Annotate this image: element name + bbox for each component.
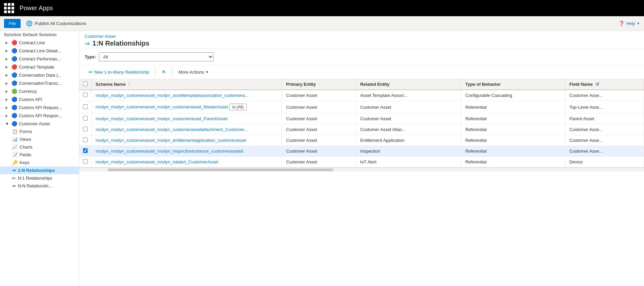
expand-arrow-icon: ▶ — [5, 41, 9, 45]
more-actions-label: More Actions — [178, 70, 204, 75]
fields-icon: 📝 — [12, 152, 18, 157]
sidebar-item-customer-asset[interactable]: ▼ 🔵 Customer Asset — [0, 120, 79, 128]
schema-name-header[interactable]: Schema Name ↑ — [91, 79, 282, 90]
field-name-cell: Customer Asse... — [565, 90, 644, 101]
select-all-header[interactable] — [79, 79, 91, 90]
sidebar-sub-label: N:1 Relationships — [18, 176, 52, 181]
expand-arrow-icon: ▶ — [5, 114, 9, 118]
sidebar-item-custom-api-request[interactable]: ▶ 🔵 Custom API Reques... — [0, 103, 79, 111]
sidebar-sub-item-nn-relationships[interactable]: ⇔ N:N Relationshi... — [0, 182, 79, 190]
row-checkbox-cell[interactable] — [79, 90, 91, 101]
type-of-behavior-cell: Referential — [461, 135, 565, 146]
type-of-behavior-header[interactable]: Type of Behavior — [461, 79, 565, 90]
publish-icon: 🌐 — [26, 20, 33, 27]
sidebar-item-conversation-data[interactable]: ▶ 🔵 Conversation Data (... — [0, 71, 79, 79]
table-row[interactable]: msdyn_msdyn_customerasset_msdyn_customer… — [79, 101, 644, 113]
delete-button[interactable]: ✕ — [158, 67, 169, 77]
sidebar-sub-item-1n-relationships[interactable]: ⇒ 1:N Relationships — [0, 166, 79, 174]
sidebar-sub-item-forms[interactable]: 📋 Forms — [0, 128, 79, 135]
type-filter-select[interactable]: All Custom Customizable Standard — [99, 52, 214, 61]
sidebar-item-contract-line[interactable]: ▶ 🔴 Contract Line — [0, 38, 79, 47]
more-actions-button[interactable]: More Actions ▼ — [175, 68, 212, 76]
views-icon: 📊 — [12, 137, 18, 142]
table-row[interactable]: msdyn_msdyn_customerasset_msdyn_customer… — [79, 124, 644, 135]
breadcrumb[interactable]: Customer Asset — [85, 34, 639, 39]
primary-entity-header[interactable]: Primary Entity — [282, 79, 356, 90]
row-checkbox-cell[interactable] — [79, 146, 91, 157]
row-checkbox[interactable] — [83, 116, 88, 121]
primary-entity-cell: Customer Asset — [282, 135, 356, 146]
new-relationship-button[interactable]: ⇒ New 1-to-Many Relationship — [85, 67, 152, 77]
sidebar-item-label: Conversation Data (... — [19, 73, 61, 78]
related-entity-label: Related Entity — [360, 82, 390, 87]
field-name-cell: Top-Level Asse... — [565, 101, 644, 113]
row-checkbox[interactable] — [83, 127, 88, 131]
related-entity-cell: Customer Asset — [356, 101, 461, 113]
related-entity-cell: IoT Alert — [356, 157, 461, 167]
page-title-row: ⇒ 1:N Relationships — [85, 40, 639, 47]
relationship-icon: ⇒ — [85, 40, 90, 47]
primary-entity-cell: Customer Asset — [282, 124, 356, 135]
waffle-icon[interactable] — [4, 3, 14, 13]
sidebar-sub-item-views[interactable]: 📊 Views — [0, 135, 79, 143]
type-of-behavior-label: Type of Behavior — [465, 82, 501, 87]
sidebar-item-label: Contract Performan... — [19, 56, 61, 61]
field-name-header[interactable]: Field Name ↺ — [565, 79, 644, 90]
row-checkbox-cell[interactable] — [79, 113, 91, 124]
entity-icon: 🔵 — [11, 48, 17, 53]
sort-asc-icon: ↑ — [128, 82, 131, 87]
related-entity-header[interactable]: Related Entity — [356, 79, 461, 90]
sidebar-item-conversation-transcript[interactable]: ▶ 🔵 ConversationTransc... — [0, 79, 79, 87]
sidebar-sub-item-keys[interactable]: 🔑 Keys — [0, 159, 79, 166]
sidebar-item-contract-line-detail[interactable]: ▶ 🔵 Contract Line Detail... — [0, 47, 79, 55]
file-button[interactable]: File — [4, 19, 21, 28]
horizontal-scrollbar[interactable] — [79, 167, 644, 172]
row-checkbox-cell[interactable] — [79, 135, 91, 146]
row-checkbox[interactable] — [83, 104, 88, 109]
schema-name-cell: msdyn_msdyn_customerasset_msdyn_customer… — [91, 124, 282, 135]
row-checkbox-cell[interactable] — [79, 157, 91, 167]
primary-entity-cell: Customer Asset — [282, 90, 356, 101]
row-checkbox-cell[interactable] — [79, 124, 91, 135]
sidebar-sub-item-charts[interactable]: 📈 Charts — [0, 143, 79, 151]
relationships-table-container[interactable]: Schema Name ↑ Primary Entity Related Ent… — [79, 79, 644, 286]
expand-arrow-icon: ▶ — [5, 49, 9, 53]
entity-icon: 🔵 — [11, 56, 17, 61]
schema-name-cell: msdyn_msdyn_customerasset_msdyn_iotalert… — [91, 157, 282, 167]
table-row[interactable]: msdyn_msdyn_customerasset_msdyn_entitlem… — [79, 135, 644, 146]
publish-button[interactable]: 🌐 Publish All Customizations — [23, 19, 89, 28]
sidebar-item-contract-template[interactable]: ▶ 🔴 Contract Template — [0, 63, 79, 71]
entity-icon: 🔴 — [11, 40, 17, 45]
expand-arrow-icon: ▼ — [5, 122, 9, 126]
table-row[interactable]: msdyn_msdyn_customerasset_msdyn_customer… — [79, 113, 644, 124]
table-row[interactable]: msdyn_msdyn_customerasset_msdyn_inspecti… — [79, 146, 644, 157]
sidebar-item-custom-api-response[interactable]: ▶ 🔵 Custom API Respon... — [0, 111, 79, 120]
primary-entity-cell: Customer Asset — [282, 113, 356, 124]
charts-icon: 📈 — [12, 145, 18, 150]
forms-icon: 📋 — [12, 129, 18, 134]
table-row[interactable]: msdyn_msdyn_customerasset_msdyn_iotalert… — [79, 157, 644, 167]
sidebar-item-currency[interactable]: ▶ 🟢 Currency — [0, 87, 79, 95]
row-checkbox[interactable] — [83, 159, 88, 164]
sidebar-item-label: ConversationTransc... — [19, 81, 62, 86]
sidebar-item-custom-api[interactable]: ▶ 🔵 Custom API — [0, 95, 79, 103]
expand-arrow-icon: ▶ — [5, 98, 9, 101]
top-bar: Power Apps — [0, 0, 644, 16]
schema-name-cell: msdyn_msdyn_customerasset_msdyn_assettem… — [91, 90, 282, 101]
entity-icon: 🟢 — [11, 88, 17, 94]
help-button[interactable]: ❓ Help ▼ — [618, 21, 640, 27]
sidebar-item-label: Custom API — [19, 97, 42, 102]
table-row[interactable]: msdyn_msdyn_customerasset_msdyn_assettem… — [79, 90, 644, 101]
row-checkbox-cell[interactable] — [79, 101, 91, 113]
app-title: Power Apps — [20, 5, 53, 12]
row-checkbox[interactable] — [83, 137, 88, 142]
row-checkbox[interactable] — [83, 93, 88, 97]
sidebar-sub-item-fields[interactable]: 📝 Fields — [0, 151, 79, 159]
sidebar-item-contract-performance[interactable]: ▶ 🔵 Contract Performan... — [0, 55, 79, 63]
row-checkbox[interactable] — [83, 148, 88, 153]
select-all-checkbox[interactable] — [83, 81, 88, 86]
sidebar-item-label: Custom API Reques... — [19, 105, 62, 110]
keys-icon: 🔑 — [12, 160, 18, 165]
sidebar-sub-item-n1-relationships[interactable]: ⇐ N:1 Relationships — [0, 174, 79, 182]
refresh-icon[interactable]: ↺ — [595, 82, 599, 87]
